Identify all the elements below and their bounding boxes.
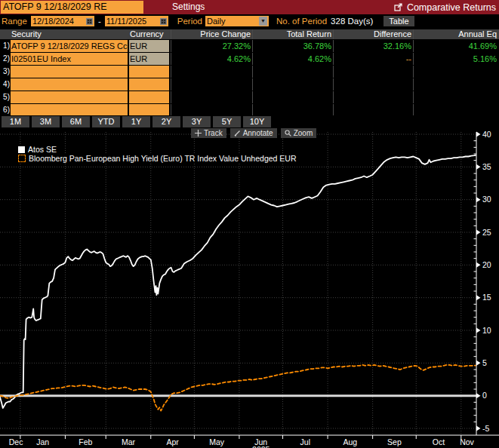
table-row: 3) bbox=[0, 66, 499, 78]
difference-value bbox=[334, 104, 414, 116]
row-number: 5) bbox=[0, 91, 10, 103]
svg-text:Feb: Feb bbox=[79, 437, 92, 446]
svg-text:Jan: Jan bbox=[36, 437, 49, 446]
chart-plot[interactable]: 4035302520151050-5DecJanFebMarAprMayJunJ… bbox=[0, 127, 499, 448]
table-row: 5) bbox=[0, 91, 499, 103]
period-button-2y[interactable]: 2Y bbox=[152, 116, 180, 127]
price-change-value bbox=[171, 78, 253, 91]
annual-eq-value bbox=[414, 78, 499, 91]
security-ticker-field[interactable]: ATOFP 9 12/18/2029 RE bbox=[1, 1, 143, 14]
range-start-field[interactable]: 12/18/2024 bbox=[31, 16, 94, 26]
difference-value: -- bbox=[334, 53, 414, 65]
svg-text:30: 30 bbox=[482, 195, 491, 204]
range-end-field[interactable]: 11/11/2025 bbox=[105, 16, 168, 26]
price-change-value bbox=[171, 91, 253, 103]
legend-item-atos[interactable]: Atos SE bbox=[18, 145, 60, 154]
header-currency: Currency bbox=[129, 29, 169, 39]
currency-input[interactable] bbox=[129, 78, 169, 91]
annotate-button[interactable]: Annotate bbox=[230, 128, 277, 138]
screen-title: Comparative Returns bbox=[407, 2, 496, 13]
currency-input[interactable]: EUR bbox=[129, 40, 169, 52]
settings-menu[interactable]: Settings bbox=[172, 0, 205, 14]
header-security: Security bbox=[11, 29, 128, 39]
table-button[interactable]: Table bbox=[383, 16, 414, 26]
num-period-label: No. of Period bbox=[276, 17, 327, 26]
calendar-icon[interactable] bbox=[160, 18, 167, 25]
difference-value bbox=[334, 91, 414, 103]
chart-toolbar: Track Annotate Zoom bbox=[191, 128, 320, 138]
price-change-value: 27.32% bbox=[171, 40, 253, 52]
period-dropdown[interactable]: Daily ▼ bbox=[205, 16, 269, 26]
track-button[interactable]: Track bbox=[191, 128, 226, 138]
svg-text:Sep: Sep bbox=[387, 437, 402, 446]
security-input[interactable]: ATOFP 9 12/18/2029 REGS Cc bbox=[11, 40, 128, 52]
table-header-row: Security Currency Price Change Total Ret… bbox=[0, 29, 499, 39]
security-input[interactable] bbox=[11, 104, 128, 116]
svg-text:5: 5 bbox=[482, 358, 487, 367]
price-change-value bbox=[171, 66, 253, 78]
calendar-icon[interactable] bbox=[86, 18, 93, 25]
track-label: Track bbox=[204, 129, 223, 137]
chevron-down-icon[interactable]: ▼ bbox=[259, 17, 267, 26]
range-label: Range bbox=[2, 17, 27, 26]
total-return-value bbox=[253, 104, 334, 116]
chart-legend: Atos SE Bloomberg Pan-European High Yiel… bbox=[18, 145, 299, 163]
range-end-value: 11/11/2025 bbox=[106, 16, 146, 26]
currency-input[interactable] bbox=[129, 104, 169, 116]
bloomberg-comparative-returns-screen: ATOFP 9 12/18/2029 RE Settings Comparati… bbox=[0, 0, 499, 448]
security-input[interactable]: I02501EU Index bbox=[11, 53, 128, 65]
svg-text:35: 35 bbox=[482, 162, 491, 171]
controls-row: Range 12/18/2024 - 11/11/2025 Period Dai… bbox=[0, 14, 499, 28]
svg-text:Jul: Jul bbox=[300, 437, 310, 446]
title-bar: ATOFP 9 12/18/2029 RE Settings Comparati… bbox=[0, 0, 499, 14]
total-return-value: 4.62% bbox=[253, 53, 334, 65]
orange-dashed-swatch-icon bbox=[18, 155, 26, 162]
table-row: 4) bbox=[0, 78, 499, 91]
period-button-1m[interactable]: 1M bbox=[2, 116, 29, 127]
period-button-1y[interactable]: 1Y bbox=[122, 116, 150, 127]
row-number: 6) bbox=[0, 104, 10, 116]
period-label: Period bbox=[177, 17, 202, 26]
svg-text:40: 40 bbox=[482, 130, 491, 139]
period-button-10y[interactable]: 10Y bbox=[243, 116, 271, 127]
period-button-3y[interactable]: 3Y bbox=[183, 116, 211, 127]
period-button-6m[interactable]: 6M bbox=[62, 116, 90, 127]
period-value: Daily bbox=[207, 16, 225, 26]
security-input[interactable] bbox=[11, 91, 128, 103]
screen-title-group: Comparative Returns bbox=[394, 0, 496, 14]
num-period-value: 328 Day(s) bbox=[331, 17, 373, 26]
svg-text:May: May bbox=[209, 437, 225, 446]
currency-input[interactable]: EUR bbox=[129, 53, 169, 65]
export-icon[interactable] bbox=[394, 3, 402, 11]
currency-input[interactable] bbox=[129, 91, 169, 103]
period-button-ytd[interactable]: YTD bbox=[92, 116, 120, 127]
total-return-value bbox=[253, 91, 334, 103]
total-return-value bbox=[253, 78, 334, 91]
period-button-5y[interactable]: 5Y bbox=[213, 116, 241, 127]
difference-value bbox=[334, 78, 414, 91]
annotate-label: Annotate bbox=[243, 129, 273, 137]
legend-item-index[interactable]: Bloomberg Pan-European High Yield (Euro)… bbox=[18, 154, 299, 163]
annual-eq-value bbox=[414, 104, 499, 116]
total-return-value bbox=[253, 66, 334, 78]
legend-label: Atos SE bbox=[28, 145, 57, 154]
zoom-label: Zoom bbox=[294, 129, 313, 137]
legend-label: Bloomberg Pan-European High Yield (Euro)… bbox=[29, 154, 296, 163]
range-dash: - bbox=[98, 17, 101, 26]
period-button-3m[interactable]: 3M bbox=[32, 116, 60, 127]
svg-text:Oct: Oct bbox=[433, 437, 445, 446]
security-input[interactable] bbox=[11, 66, 128, 78]
security-input[interactable] bbox=[11, 78, 128, 91]
table-row: 6) bbox=[0, 104, 499, 116]
price-change-value: 4.62% bbox=[171, 53, 253, 65]
period-buttons-bar: 1M 3M 6M YTD 1Y 2Y 3Y 5Y 10Y bbox=[0, 115, 499, 127]
zoom-button[interactable]: Zoom bbox=[281, 128, 317, 138]
difference-value bbox=[334, 66, 414, 78]
header-difference: Difference bbox=[334, 29, 414, 39]
row-number: 4) bbox=[0, 78, 10, 91]
annual-eq-value: 41.69% bbox=[414, 40, 499, 52]
currency-input[interactable] bbox=[129, 66, 169, 78]
annual-eq-value bbox=[414, 66, 499, 78]
white-line-swatch-icon bbox=[18, 146, 25, 153]
svg-text:Apr: Apr bbox=[166, 437, 179, 446]
